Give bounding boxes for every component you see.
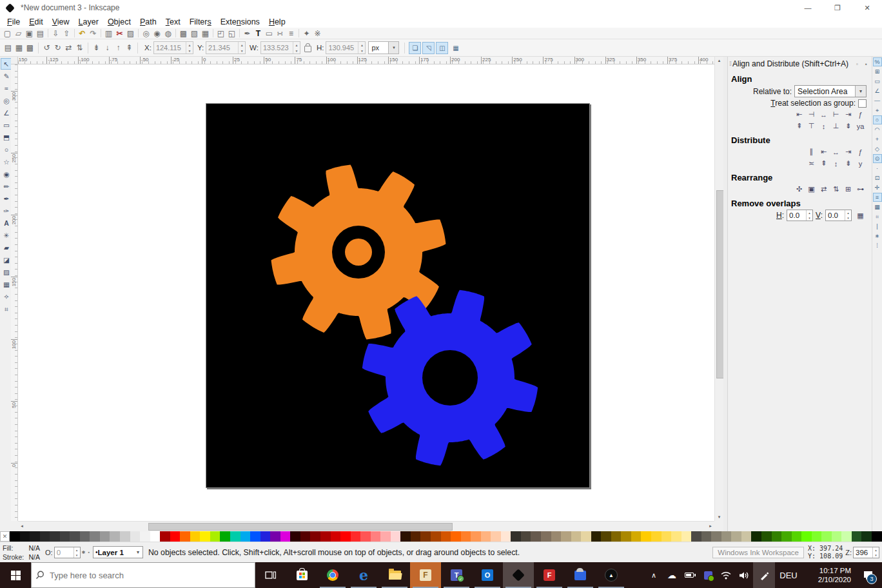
color-swatch[interactable] — [471, 531, 481, 542]
align-top-edges-button[interactable]: ⊤ — [805, 121, 818, 132]
document-properties-button[interactable]: ※ — [312, 28, 323, 39]
taskbar-app-inkscape[interactable] — [503, 562, 534, 588]
scroll-right-arrow[interactable]: ▸ — [707, 522, 714, 530]
start-button[interactable] — [0, 562, 31, 588]
panel-grip-icon[interactable]: ⁞⁞ — [729, 61, 731, 67]
color-swatch[interactable] — [792, 531, 802, 542]
align-dialog-button[interactable]: ≡ — [286, 28, 297, 39]
snap-bbox-toggle[interactable]: ⊞ — [873, 67, 882, 76]
color-swatch[interactable] — [120, 531, 130, 542]
text-dialog-button[interactable]: T — [253, 28, 264, 39]
distribute-centers-horizontally-button[interactable]: ⇤ — [818, 146, 830, 157]
snap-path-intersections-toggle[interactable]: + — [873, 135, 882, 144]
color-swatch[interactable] — [110, 531, 120, 542]
color-swatch[interactable] — [411, 531, 421, 542]
spinner-arrows[interactable]: ▴▾ — [74, 547, 80, 558]
dialogs-button[interactable]: ▭ — [264, 28, 275, 39]
color-swatch[interactable] — [861, 531, 872, 542]
text-distribute-horizontal-button[interactable]: ƒ — [854, 146, 867, 157]
color-swatch[interactable] — [601, 531, 611, 542]
zoom-page-button[interactable]: ◍ — [162, 28, 173, 39]
color-swatch[interactable] — [651, 531, 662, 542]
scroll-up-arrow[interactable]: ▴ — [715, 57, 723, 64]
cut-button[interactable]: ✂ — [114, 28, 125, 39]
graph-layout-button[interactable]: ✣ — [793, 184, 805, 195]
select-all-layers-button[interactable]: ▦ — [14, 43, 24, 54]
windows-ink-tray[interactable] — [753, 562, 775, 588]
color-swatch[interactable] — [751, 531, 761, 542]
color-swatch[interactable] — [331, 531, 341, 542]
h-field-spinbox[interactable]: 130.945▲▼ — [326, 41, 366, 54]
horizontal-scrollbar[interactable]: ◂ ▸ — [18, 521, 714, 530]
color-swatch[interactable] — [40, 531, 50, 542]
spinner-arrows[interactable]: ▴▾ — [845, 210, 851, 220]
scroll-left-arrow[interactable]: ◂ — [18, 522, 26, 530]
menu-path[interactable]: Path — [135, 17, 161, 27]
color-swatch[interactable] — [371, 531, 381, 542]
color-swatch[interactable] — [240, 531, 251, 542]
language-indicator[interactable]: DEU — [775, 562, 802, 588]
fill-stroke-indicator[interactable]: Fill:N/A Stroke:N/A — [0, 544, 45, 562]
chevron-down-icon[interactable]: ▾ — [388, 42, 398, 54]
color-swatch[interactable] — [400, 531, 411, 542]
rotate-ccw-button[interactable]: ↺ — [41, 43, 52, 54]
layer-visibility-icon[interactable]: ✱ — [82, 550, 86, 555]
minimize-button[interactable]: — — [793, 0, 823, 15]
color-swatch[interactable] — [50, 531, 60, 542]
scroll-down-arrow[interactable]: ▾ — [715, 513, 723, 521]
taskbar-search[interactable] — [31, 562, 255, 588]
color-swatch[interactable] — [681, 531, 692, 542]
unlink-clone-button[interactable]: ▦ — [200, 28, 211, 39]
lower-button[interactable]: ↓ — [102, 43, 113, 54]
color-swatch[interactable] — [60, 531, 70, 542]
color-swatch[interactable] — [210, 531, 220, 542]
center-on-vertical-axis-button[interactable]: ↔ — [818, 109, 830, 120]
color-swatch[interactable] — [451, 531, 461, 542]
exchange-in-selection-order-button[interactable]: ▣ — [805, 184, 818, 195]
spinner-arrows[interactable]: ▲▼ — [358, 42, 365, 54]
clock[interactable]: 10:17 PM2/10/2020 — [802, 562, 854, 588]
distribute-left-edges-button[interactable]: ∥ — [805, 146, 818, 157]
distribute-gaps-vertically-button[interactable]: ↕ — [830, 158, 842, 169]
snap-text-baselines-toggle[interactable]: ≡ — [873, 193, 882, 202]
color-swatch[interactable] — [160, 531, 170, 542]
color-swatch[interactable] — [531, 531, 541, 542]
menu-view[interactable]: View — [48, 17, 74, 27]
canvas[interactable] — [18, 64, 714, 521]
layer-select[interactable]: • Layer 1 ▾ — [93, 546, 143, 558]
align-right-edges-button[interactable]: ⊢ — [830, 109, 842, 120]
align-top-to-bottom-of-anchor-button[interactable]: ⇟ — [842, 121, 854, 132]
snap-guides-toggle[interactable]: | — [873, 222, 882, 231]
color-swatch[interactable] — [170, 531, 181, 542]
menu-help[interactable]: Help — [264, 17, 290, 27]
align-bottom-to-top-of-anchor-button[interactable]: ⇞ — [793, 121, 805, 132]
unit-select[interactable]: px▾ — [368, 41, 399, 54]
color-swatch[interactable] — [441, 531, 451, 542]
spinner-arrows[interactable]: ▲▼ — [293, 42, 300, 54]
tray-chevron-up[interactable]: ∧ — [645, 562, 663, 588]
text-distribute-vertical-button[interactable]: y — [854, 158, 867, 169]
relative-to-select[interactable]: Selection Area ▾ — [794, 85, 867, 97]
color-swatch[interactable] — [671, 531, 681, 542]
opacity-spinbox[interactable]: 0 ▴▾ — [54, 547, 81, 558]
search-input[interactable] — [48, 570, 255, 581]
taskbar-app-teams[interactable]: T✓ — [441, 562, 472, 588]
distribute-right-edges-button[interactable]: ⇥ — [842, 146, 854, 157]
color-swatch[interactable] — [731, 531, 741, 542]
lower-to-bottom-button[interactable]: ⇟ — [91, 43, 102, 54]
taskbar-app-microsoft-store[interactable] — [286, 562, 317, 588]
color-swatch[interactable] — [812, 531, 822, 542]
snap-others-toggle[interactable]: ∗ — [873, 231, 882, 240]
xml-editor-button[interactable]: ∺ — [275, 28, 286, 39]
color-swatch[interactable] — [200, 531, 210, 542]
raise-button[interactable]: ↑ — [113, 43, 124, 54]
zoom-drawing-button[interactable]: ◉ — [152, 28, 162, 39]
color-swatch[interactable] — [360, 531, 371, 542]
text-align-horizontal-button[interactable]: ƒ — [854, 109, 867, 120]
scale-corners-toggle[interactable]: ◹ — [422, 42, 435, 54]
color-swatch[interactable] — [551, 531, 562, 542]
snap-cusp-nodes-toggle[interactable]: ◇ — [873, 144, 882, 153]
menu-filters[interactable]: Filters — [185, 17, 216, 27]
color-swatch[interactable] — [872, 531, 882, 542]
align-left-edges-button[interactable]: ⊣ — [805, 109, 818, 120]
